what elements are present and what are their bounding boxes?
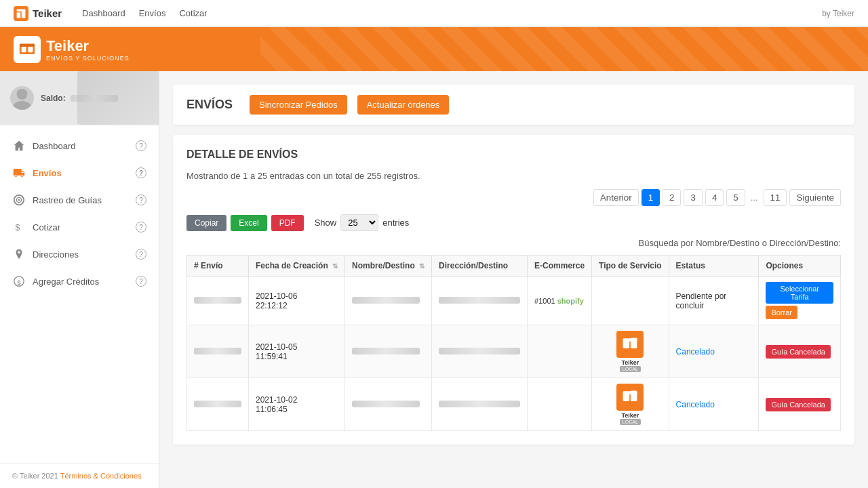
page-3[interactable]: 3 [684, 189, 702, 206]
sidebar-item-rastreo[interactable]: Rastreo de Guías ? [0, 186, 159, 214]
sidebar: Saldo: Dashboard ? Envíos ? [0, 71, 159, 488]
page-11[interactable]: 11 [764, 189, 787, 206]
help-icon-direcciones[interactable]: ? [136, 249, 146, 260]
nombre-blurred-2 [352, 348, 420, 354]
svg-point-11 [18, 199, 20, 201]
nav-link-dashboard[interactable]: Dashboard [82, 1, 125, 25]
col-fecha[interactable]: Fecha de Creación ⇅ [249, 256, 345, 277]
teiker-local-badge-2: Teiker LOCAL [599, 331, 661, 372]
entries-label: entries [382, 218, 409, 228]
envio-id-blurred-1 [194, 297, 241, 304]
envio-id-blurred-3 [194, 401, 241, 407]
sidebar-label-direcciones: Direcciones [33, 249, 79, 260]
layout: Saldo: Dashboard ? Envíos ? [0, 71, 868, 488]
cell-ecommerce-2 [528, 325, 592, 378]
help-icon-dashboard[interactable]: ? [136, 140, 146, 151]
col-direccion: Dirección/Destino [432, 256, 528, 277]
top-nav-right: by Teiker [822, 9, 854, 18]
banner-text: Teiker ENVÍOS Y SOLUCIONES [46, 37, 130, 62]
pdf-button[interactable]: PDF [271, 215, 304, 231]
help-icon-rastreo[interactable]: ? [136, 195, 146, 205]
nav-link-envios[interactable]: Envíos [139, 1, 166, 25]
cell-fecha-3: 2021-10-0211:06:45 [249, 378, 345, 431]
page-1[interactable]: 1 [642, 189, 660, 206]
help-icon-cotizar[interactable]: ? [136, 222, 146, 232]
footer-text: © Teiker 2021 [12, 472, 58, 480]
sidebar-item-cotizar[interactable]: $ Cotizar ? [0, 214, 159, 241]
envio-id-blurred-2 [194, 348, 241, 354]
page-5[interactable]: 5 [726, 189, 745, 206]
detalle-title: DETALLE DE ENVÍOS [186, 148, 841, 161]
entries-select[interactable]: 25 50 100 [340, 214, 378, 231]
svg-text:$: $ [16, 223, 20, 232]
top-logo-icon [14, 6, 28, 21]
pagination-row: Anterior 1 2 3 4 5 ... 11 Siguiente [186, 189, 841, 206]
show-entries: Show 25 50 100 entries [315, 214, 410, 231]
actions-row: Copiar Excel PDF Show 25 50 100 entries [186, 214, 841, 231]
col-tipo: Tipo de Servicio [592, 256, 669, 277]
page-4[interactable]: 4 [705, 189, 724, 206]
sidebar-item-creditos[interactable]: $ Agregar Créditos ? [0, 268, 159, 295]
cell-tipo-2: Teiker LOCAL [592, 325, 669, 378]
sidebar-item-direcciones[interactable]: Direcciones ? [0, 241, 159, 268]
svg-rect-18 [623, 393, 630, 401]
cell-dir-3 [432, 378, 528, 431]
terms-link[interactable]: Términos & Condiciones [60, 472, 142, 480]
detalle-card: DETALLE DE ENVÍOS Mostrando de 1 a 25 en… [173, 135, 854, 445]
help-icon-creditos[interactable]: ? [136, 276, 146, 287]
sidebar-item-envios[interactable]: Envíos ? [0, 159, 159, 186]
cell-ecommerce-1: #1001 shopify [528, 277, 592, 325]
cell-envio-3 [187, 378, 249, 431]
top-nav-logo: Teiker [14, 6, 62, 21]
cell-opciones-2: Guía Cancelada [759, 325, 841, 378]
top-nav-links: Dashboard Envíos Cotizar [82, 1, 822, 25]
cell-estatus-2: Cancelado [669, 325, 759, 378]
svg-text:$: $ [17, 279, 21, 286]
page-anterior[interactable]: Anterior [593, 189, 639, 206]
top-logo-text: Teiker [33, 7, 62, 19]
svg-rect-17 [623, 338, 637, 341]
sidebar-item-dashboard[interactable]: Dashboard ? [0, 132, 159, 159]
cell-dir-2 [432, 325, 528, 378]
svg-rect-1 [22, 10, 26, 18]
cell-nombre-2 [345, 325, 432, 378]
svg-point-8 [13, 101, 32, 110]
nombre-blurred-1 [352, 297, 420, 304]
guia-cancelada-button-3[interactable]: Guía Cancelada [766, 398, 831, 411]
sidebar-footer: © Teiker 2021 Términos & Condiciones [0, 463, 159, 488]
cell-opciones-1: Seleccionar Tarifa Borrar [759, 277, 841, 325]
col-ecommerce: E-Commerce [528, 256, 592, 277]
teiker-local-icon-3 [616, 384, 644, 411]
help-icon-envios[interactable]: ? [136, 167, 146, 178]
seleccionar-tarifa-button-1[interactable]: Seleccionar Tarifa [766, 282, 833, 304]
excel-button[interactable]: Excel [231, 215, 267, 231]
sincronizar-button[interactable]: Sincronizar Pedidos [250, 95, 347, 115]
page-siguiente[interactable]: Siguiente [789, 189, 841, 206]
page-ellipsis: ... [748, 192, 761, 203]
page-2[interactable]: 2 [663, 189, 681, 206]
borrar-button-1[interactable]: Borrar [766, 306, 797, 319]
teiker-local-badge-3: Teiker LOCAL [599, 384, 661, 425]
guia-cancelada-button-2[interactable]: Guía Cancelada [766, 345, 831, 359]
banner-logo-box [14, 36, 41, 63]
dollar-icon: $ [12, 220, 26, 234]
col-nombre[interactable]: Nombre/Destino ⇅ [345, 256, 432, 277]
sidebar-bg-image [77, 71, 159, 125]
truck-icon [12, 166, 26, 180]
sidebar-nav: Dashboard ? Envíos ? Rastreo de Guías ? [0, 125, 159, 463]
copiar-button[interactable]: Copiar [186, 215, 226, 231]
svg-rect-2 [17, 9, 26, 11]
cell-tipo-1 [592, 277, 669, 325]
nav-link-cotizar[interactable]: Cotizar [179, 1, 207, 25]
actualizar-button[interactable]: Actualizar órdenes [357, 95, 450, 115]
search-label: Búsqueda por Nombre/Destino o Dirección/… [639, 238, 841, 248]
sidebar-label-cotizar: Cotizar [33, 222, 60, 232]
sidebar-label-creditos: Agregar Créditos [33, 277, 99, 287]
credits-icon: $ [12, 274, 26, 288]
nombre-blurred-3 [352, 401, 420, 407]
col-opciones: Opciones [759, 256, 841, 277]
cell-fecha-2: 2021-10-0511:59:41 [249, 325, 345, 378]
svg-point-7 [17, 89, 28, 100]
cell-nombre-1 [345, 277, 432, 325]
banner-logo: Teiker ENVÍOS Y SOLUCIONES [14, 36, 130, 63]
